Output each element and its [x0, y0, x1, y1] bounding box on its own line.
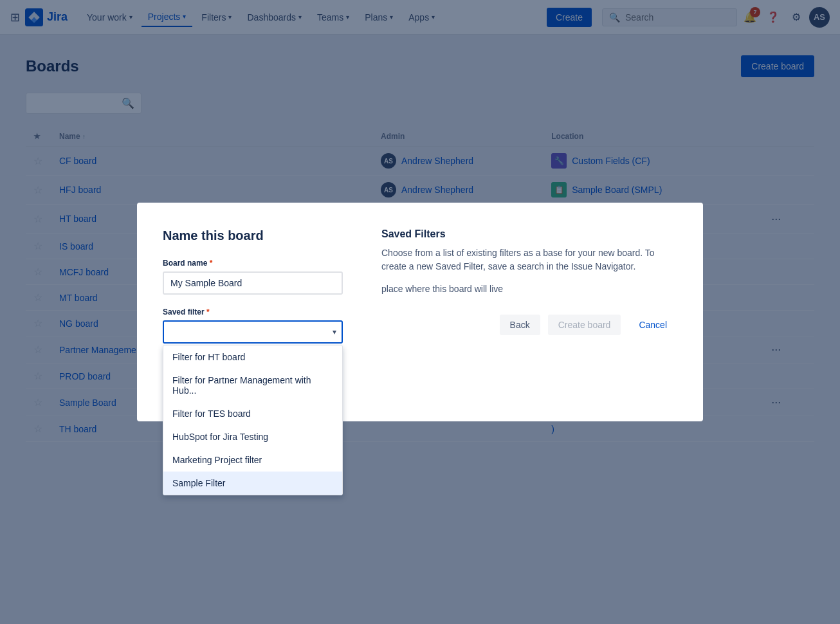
- dropdown-item[interactable]: Filter for TES board: [163, 402, 342, 425]
- modal-actions: Back Create board Cancel: [381, 315, 677, 335]
- create-board-modal-button[interactable]: Create board: [548, 315, 621, 335]
- location-label: place where this board will live: [381, 284, 677, 294]
- modal-title: Name this board: [163, 228, 343, 243]
- back-button[interactable]: Back: [500, 315, 540, 335]
- dropdown-item[interactable]: Filter for Partner Management with Hub..…: [163, 369, 342, 402]
- dropdown-item[interactable]: Sample Filter: [163, 472, 342, 495]
- dropdown-item[interactable]: Filter for HT board: [163, 345, 342, 369]
- required-star: *: [210, 259, 213, 268]
- saved-filter-label: Saved filter *: [163, 307, 343, 317]
- saved-filter-input[interactable]: [163, 320, 343, 344]
- board-name-input[interactable]: [163, 271, 343, 295]
- saved-filters-title: Saved Filters: [381, 228, 677, 240]
- dropdown-item[interactable]: HubSpot for Jira Testing: [163, 425, 342, 448]
- modal-dialog: Name this board Board name * Saved filte…: [137, 203, 703, 421]
- modal-overlay[interactable]: Name this board Board name * Saved filte…: [0, 0, 840, 624]
- modal-left-panel: Name this board Board name * Saved filte…: [163, 228, 343, 396]
- cancel-button[interactable]: Cancel: [628, 315, 677, 335]
- saved-filter-dropdown-container: ▾ Filter for HT boardFilter for Partner …: [163, 320, 343, 344]
- saved-filter-required-star: *: [206, 307, 210, 317]
- dropdown-item[interactable]: Marketing Project filter: [163, 448, 342, 472]
- saved-filters-description: Choose from a list of existing filters a…: [381, 246, 677, 273]
- board-name-label: Board name *: [163, 259, 343, 268]
- dropdown-list: Filter for HT boardFilter for Partner Ma…: [163, 345, 343, 495]
- modal-right-panel: Saved Filters Choose from a list of exis…: [381, 228, 677, 396]
